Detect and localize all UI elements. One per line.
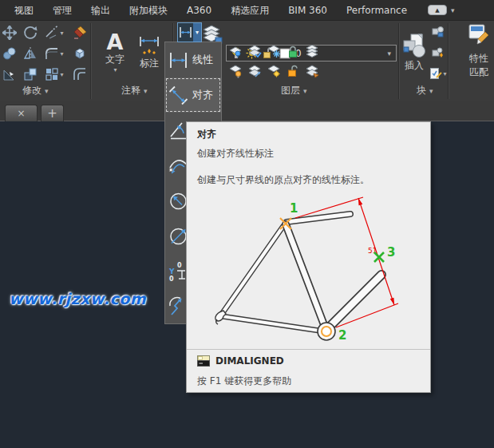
- copy-button[interactable]: [0, 44, 19, 63]
- menu-a360[interactable]: A360: [177, 0, 221, 21]
- match-properties-button[interactable]: 特性 匹配: [465, 23, 492, 97]
- linear-dimension-split-button[interactable]: ▾: [177, 22, 202, 42]
- edit-attribute-button[interactable]: [430, 45, 446, 61]
- ribbon-panel-toggle[interactable]: ▲ ▾: [428, 5, 455, 15]
- flyout-item-aligned[interactable]: 对齐: [165, 77, 221, 113]
- menu-bar: 视图 管理 输出 附加模块 A360 精选应用 BIM 360 Performa…: [0, 0, 494, 21]
- autocad-window: 视图 管理 输出 附加模块 A360 精选应用 BIM 360 Performa…: [0, 0, 494, 448]
- define-attributes-icon: [429, 67, 442, 80]
- scale-button[interactable]: [0, 65, 19, 84]
- text-icon: A: [107, 32, 124, 53]
- create-block-button[interactable]: [430, 24, 446, 40]
- erase-button[interactable]: [70, 23, 89, 42]
- layer-walk-icon[interactable]: [305, 64, 319, 78]
- offset-icon: [73, 67, 87, 81]
- chevron-down-icon[interactable]: ▾: [60, 71, 63, 78]
- chevron-down-icon[interactable]: ▾: [113, 66, 117, 73]
- point2-label: 2: [338, 328, 346, 343]
- turn-on-layers-icon[interactable]: [228, 64, 243, 78]
- unlock-layer-icon[interactable]: [286, 64, 300, 78]
- stretch-button[interactable]: [21, 65, 40, 84]
- thaw-layer-icon[interactable]: [267, 64, 281, 78]
- svg-text:Y: Y: [168, 268, 175, 276]
- ribbon: ▾ ▾: [0, 21, 494, 101]
- dimension-icon: [137, 36, 161, 57]
- erase-icon: [73, 26, 87, 40]
- chevron-down-icon[interactable]: ▾: [60, 50, 63, 57]
- command-line-icon: [197, 355, 211, 367]
- chevron-down-icon[interactable]: ▾: [60, 30, 63, 37]
- tooltip-description: 创建与尺寸界线的原点对齐的线性标注。: [197, 173, 370, 187]
- svg-text:0: 0: [177, 262, 182, 269]
- flyout-item-linear[interactable]: 线性: [165, 42, 221, 77]
- layer-tools-row2: [228, 64, 319, 78]
- tooltip-divider: [187, 349, 430, 350]
- menu-bim360[interactable]: BIM 360: [279, 0, 337, 21]
- merge-layers-icon[interactable]: [305, 44, 319, 58]
- move-button[interactable]: [0, 23, 19, 42]
- box-3d-icon: [73, 46, 87, 61]
- edit-attribute-icon: [432, 46, 445, 59]
- menu-addins[interactable]: 附加模块: [120, 0, 177, 21]
- array-button[interactable]: ▾: [41, 65, 67, 84]
- stretch-icon: [23, 67, 38, 81]
- rotate-icon: [23, 26, 38, 40]
- scale-icon: [2, 67, 17, 81]
- menu-view[interactable]: 视图: [5, 0, 43, 21]
- tooltip-title: 对齐: [197, 128, 216, 141]
- watermark: www.rjzxw.com: [9, 290, 146, 307]
- chevron-down-icon[interactable]: ▾: [451, 6, 455, 14]
- file-tab-bar: × +: [0, 101, 494, 121]
- match-properties-icon: [468, 23, 490, 46]
- chevron-down-icon[interactable]: ▾: [193, 23, 201, 42]
- copy-to-layer-icon[interactable]: [247, 44, 262, 58]
- rotate-button[interactable]: [21, 23, 40, 42]
- create-block-icon: [432, 26, 445, 38]
- tooltip-help-text: 按 F1 键获得更多帮助: [197, 375, 291, 388]
- define-attributes-button[interactable]: ▾: [428, 65, 449, 81]
- plus-icon[interactable]: +: [47, 106, 57, 121]
- linear-dimension-icon: [178, 23, 193, 42]
- drawing-tab-close[interactable]: ×: [5, 105, 38, 121]
- fillet-button[interactable]: ▾: [41, 44, 67, 63]
- panel-layers-label[interactable]: 图层▾: [281, 84, 307, 97]
- menu-featured-apps[interactable]: 精选应用: [221, 0, 279, 21]
- trim-button[interactable]: ▾: [41, 23, 67, 42]
- point3-label: 3: [387, 245, 395, 260]
- aligned-dimension-icon: [168, 85, 189, 106]
- panel-block-label[interactable]: 块▾: [417, 84, 433, 97]
- menu-output[interactable]: 输出: [81, 0, 120, 21]
- menu-manage[interactable]: 管理: [43, 0, 81, 21]
- panel-annotate-label[interactable]: 注释▾: [121, 84, 148, 97]
- panel-modify-label[interactable]: 修改▾: [22, 84, 49, 97]
- svg-text:0: 0: [169, 276, 174, 282]
- panel-divider: [448, 23, 449, 99]
- tooltip-subtitle: 创建对齐线性标注: [197, 147, 274, 161]
- trim-icon: [45, 26, 59, 40]
- change-layer-icon[interactable]: [247, 64, 262, 78]
- tooltip-command-row: DIMALIGNED: [197, 355, 284, 367]
- point1-label: 1: [290, 201, 298, 216]
- panel-divider: [90, 23, 92, 99]
- menu-performance[interactable]: Performance: [337, 0, 417, 21]
- isolate-layer-icon[interactable]: [228, 44, 243, 58]
- aligned-dimension-illustration: 51 1 2 3: [193, 191, 426, 346]
- dimension-button[interactable]: 标注: [132, 24, 166, 81]
- chevron-down-icon[interactable]: ▾: [387, 50, 391, 57]
- insert-block-button[interactable]: 插入: [401, 23, 428, 83]
- chevron-down-icon[interactable]: ▾: [443, 70, 446, 77]
- new-drawing-tab[interactable]: +: [41, 105, 64, 121]
- fillet-icon: [45, 46, 59, 61]
- box-3d-button[interactable]: [70, 44, 89, 63]
- offset-button[interactable]: [70, 65, 89, 84]
- insert-block-icon: [402, 34, 426, 59]
- mirror-button[interactable]: [21, 44, 40, 63]
- close-icon[interactable]: ×: [17, 108, 25, 119]
- mirror-icon: [23, 46, 38, 61]
- linear-dimension-icon: [168, 50, 189, 71]
- lock-layer-icon[interactable]: [286, 44, 300, 58]
- freeze-layer-icon[interactable]: [267, 44, 281, 58]
- text-button[interactable]: A 文字 ▾: [101, 24, 129, 81]
- tooltip-command-name: DIMALIGNED: [215, 355, 284, 367]
- aligned-command-tooltip: 对齐 创建对齐线性标注 创建与尺寸界线的原点对齐的线性标注。: [186, 121, 431, 393]
